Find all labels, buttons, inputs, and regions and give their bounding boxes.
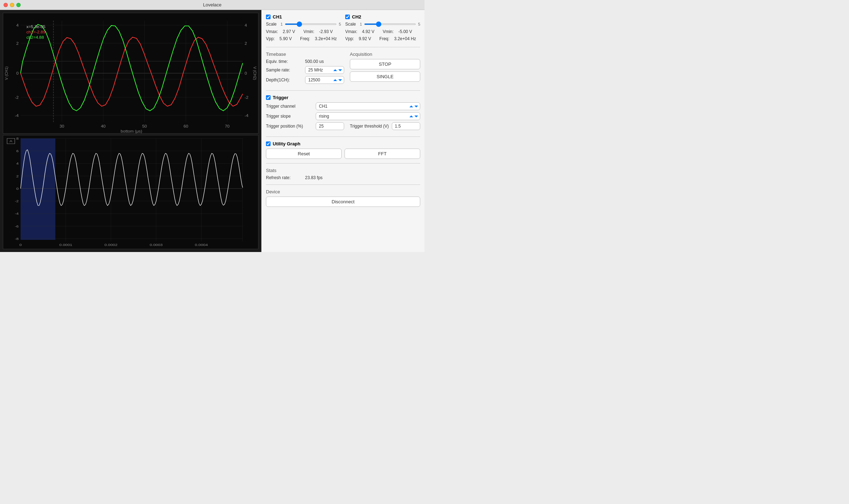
trigger-slope-select-wrapper: rising falling ⏶⏷ <box>316 112 420 120</box>
trigger-channel-select[interactable]: CH1 CH2 <box>316 102 420 110</box>
depth-select-wrapper: 12500 6250 25000 ⏶⏷ <box>305 76 344 84</box>
svg-text:ch1=-2.89: ch1=-2.89 <box>26 30 45 34</box>
depth-key: Depth(1CH): <box>266 77 305 82</box>
svg-text:2: 2 <box>16 41 19 45</box>
trigger-section: Trigger Trigger channel CH1 CH2 ⏶⏷ Trigg… <box>266 95 420 132</box>
upper-waveform-svg: 4 2 0 -2 -4 4 2 0 -2 -4 30 40 50 60 70 b… <box>3 13 258 133</box>
svg-text:0: 0 <box>245 71 247 75</box>
single-button[interactable]: SINGLE <box>350 71 420 82</box>
channels-row: CH1 Scale 1 5 Vmax: 2.97 V Vmin: -2.93 V <box>266 14 420 43</box>
trigger-header: Trigger <box>266 95 420 100</box>
trigger-slope-row: Trigger slope rising falling ⏶⏷ <box>266 112 420 120</box>
equiv-time-key: Equiv. time: <box>266 59 305 64</box>
ch1-scale-slider[interactable] <box>285 23 337 25</box>
ch1-header: CH1 <box>266 14 341 20</box>
minimize-button[interactable] <box>10 3 14 7</box>
trigger-channel-key: Trigger channel <box>266 104 316 109</box>
svg-text:40: 40 <box>101 124 106 128</box>
disconnect-button[interactable]: Disconnect <box>266 197 420 207</box>
sample-rate-key: Sample rate: <box>266 68 305 73</box>
ch2-vmax-val: 4.92 V <box>362 29 374 34</box>
ch2-scale-slider[interactable] <box>364 23 416 25</box>
ch1-scale-max: 5 <box>339 22 341 26</box>
svg-text:70: 70 <box>225 124 230 128</box>
divider-3 <box>266 136 420 137</box>
ch2-checkbox[interactable] <box>345 15 350 19</box>
oscilloscope-panel: 4 2 0 -2 -4 4 2 0 -2 -4 30 40 50 60 70 b… <box>0 10 261 252</box>
trigger-checkbox[interactable] <box>266 95 271 100</box>
ch1-checkbox[interactable] <box>266 15 271 19</box>
svg-text:-2: -2 <box>245 95 249 100</box>
svg-text:-2: -2 <box>15 199 19 203</box>
svg-text:V (CH2): V (CH2) <box>253 66 257 80</box>
ch1-scale-label: Scale <box>266 22 278 27</box>
device-label: Device <box>266 189 420 194</box>
svg-text:ch2=4.88: ch2=4.88 <box>26 35 44 39</box>
utility-label: Utility Graph <box>273 141 300 146</box>
traffic-lights <box>4 3 21 7</box>
ch1-vmax-val: 2.97 V <box>283 29 295 34</box>
ch1-vmax-label: Vmax: <box>266 29 278 34</box>
trigger-slope-key: Trigger slope <box>266 114 316 119</box>
divider-5 <box>266 184 420 185</box>
svg-text:2: 2 <box>245 41 247 45</box>
ch2-vpp-label: Vpp: <box>345 36 354 41</box>
trigger-threshold-input[interactable] <box>392 122 420 130</box>
svg-text:0: 0 <box>16 71 19 75</box>
refresh-rate-row: Refresh rate: 23.83 fps <box>266 175 420 180</box>
ch1-scale-min: 1 <box>281 22 283 26</box>
main-content: 4 2 0 -2 -4 4 2 0 -2 -4 30 40 50 60 70 b… <box>0 10 424 252</box>
fft-button[interactable]: FFT <box>345 149 420 159</box>
svg-text:-4: -4 <box>15 212 19 215</box>
utility-checkbox[interactable] <box>266 141 271 146</box>
ch1-vpp-label: Vpp: <box>266 36 275 41</box>
svg-text:0: 0 <box>20 243 22 246</box>
trigger-position-threshold-row: Trigger position (%) Trigger threshold (… <box>266 122 420 130</box>
lower-waveform-display[interactable]: 8 6 4 2 0 -2 -4 -6 -8 0 0.0001 0.0002 0.… <box>3 135 258 249</box>
stats-section: Stats Refresh rate: 23.83 fps <box>266 168 420 180</box>
ch2-vmin-val: -5.00 V <box>398 29 412 34</box>
sample-rate-row: Sample rate: 25 MHz 12.5 MHz 5 MHz ⏶⏷ <box>266 66 344 74</box>
refresh-rate-val: 23.83 fps <box>305 175 322 180</box>
stop-button[interactable]: STOP <box>350 59 420 69</box>
ch2-stats: Vmax: 4.92 V Vmin: -5.00 V Vpp: 9.92 V F… <box>345 28 420 43</box>
close-button[interactable] <box>4 3 8 7</box>
trigger-position-key: Trigger position (%) <box>266 124 316 129</box>
svg-text:-4: -4 <box>15 113 19 118</box>
ch1-vpp-val: 5.90 V <box>279 36 292 41</box>
trigger-slope-select[interactable]: rising falling <box>316 112 420 120</box>
ch2-header: CH2 <box>345 14 420 20</box>
reset-button[interactable]: Reset <box>266 149 342 159</box>
ch1-block: CH1 Scale 1 5 Vmax: 2.97 V Vmin: -2.93 V <box>266 14 341 43</box>
fullscreen-button[interactable] <box>16 3 21 7</box>
acquisition-label: Acquisition <box>350 52 420 57</box>
ch2-scale-row: Scale 1 5 <box>345 22 420 27</box>
trigger-channel-row: Trigger channel CH1 CH2 ⏶⏷ <box>266 102 420 110</box>
acquisition-section: Acquisition STOP SINGLE <box>350 52 420 86</box>
trigger-channel-select-wrapper: CH1 CH2 ⏶⏷ <box>316 102 420 110</box>
equiv-time-val: 500.00 us <box>305 59 324 64</box>
svg-text:4: 4 <box>245 23 247 27</box>
svg-text:30: 30 <box>59 124 64 128</box>
app-title: Lovelace <box>203 2 221 7</box>
trigger-label: Trigger <box>273 95 288 100</box>
svg-text:0.0001: 0.0001 <box>59 243 73 246</box>
device-section: Device Disconnect <box>266 189 420 207</box>
controls-panel: CH1 Scale 1 5 Vmax: 2.97 V Vmin: -2.93 V <box>261 10 424 252</box>
svg-text:-4: -4 <box>245 113 249 118</box>
svg-text:-6: -6 <box>15 224 19 228</box>
utility-buttons: Reset FFT <box>266 149 420 159</box>
sample-rate-select[interactable]: 25 MHz 12.5 MHz 5 MHz <box>305 66 344 74</box>
upper-waveform-display[interactable]: 4 2 0 -2 -4 4 2 0 -2 -4 30 40 50 60 70 b… <box>3 13 258 134</box>
acquisition-buttons: STOP SINGLE <box>350 59 420 82</box>
trigger-position-input[interactable] <box>316 122 344 130</box>
depth-select[interactable]: 12500 6250 25000 <box>305 76 344 84</box>
ch1-vmin-label: Vmin: <box>303 29 314 34</box>
svg-text:2: 2 <box>16 174 19 178</box>
depth-row: Depth(1CH): 12500 6250 25000 ⏶⏷ <box>266 76 344 84</box>
ch2-vmin-label: Vmin: <box>383 29 394 34</box>
ch2-scale-max: 5 <box>418 22 420 26</box>
titlebar: Lovelace <box>0 0 424 10</box>
svg-text:A: A <box>10 139 13 143</box>
svg-text:0.0002: 0.0002 <box>105 243 118 246</box>
